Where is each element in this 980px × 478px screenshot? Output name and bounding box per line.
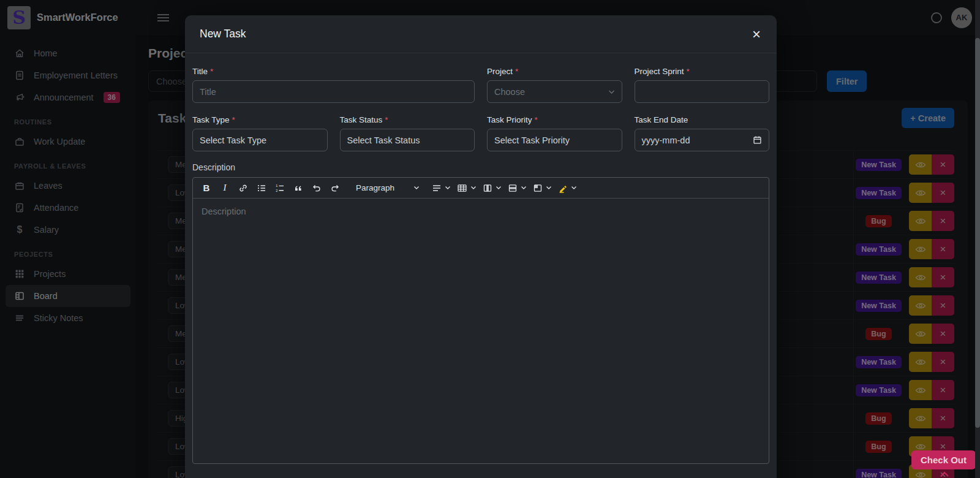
field-task-type: Task Type* Select Task Type bbox=[192, 115, 328, 151]
required-asterisk: * bbox=[232, 115, 235, 124]
table-row-icon bbox=[508, 183, 518, 193]
align-dropdown[interactable] bbox=[429, 180, 453, 196]
task-end-date-input[interactable]: yyyy-mm-dd bbox=[635, 129, 770, 151]
link-button[interactable] bbox=[235, 180, 252, 196]
description-label: Description bbox=[192, 162, 235, 172]
chevron-down-icon bbox=[413, 186, 420, 190]
italic-button[interactable]: I bbox=[216, 180, 233, 196]
modal-body: Title* Project* Choose Project Sprint* T… bbox=[185, 53, 777, 474]
required-asterisk: * bbox=[385, 115, 388, 124]
chevron-down-icon bbox=[445, 186, 451, 190]
required-asterisk: * bbox=[687, 67, 690, 76]
chevron-down-icon bbox=[521, 186, 527, 190]
bulleted-list-icon bbox=[257, 183, 266, 193]
numbered-list-icon: 12 bbox=[275, 183, 285, 193]
page-scrollbar bbox=[975, 0, 980, 478]
scrollbar-thumb[interactable] bbox=[975, 38, 980, 428]
field-task-status: Task Status* Select Task Status bbox=[340, 115, 475, 151]
chevron-down-icon bbox=[608, 89, 615, 94]
merge-cells-dropdown[interactable] bbox=[530, 180, 554, 196]
chevron-down-icon bbox=[546, 186, 552, 190]
chevron-up-icon[interactable] bbox=[940, 471, 949, 477]
field-label: Task Priority* bbox=[487, 115, 622, 124]
title-input[interactable] bbox=[192, 80, 475, 103]
table-icon bbox=[457, 183, 467, 193]
insert-table-dropdown[interactable] bbox=[454, 180, 479, 196]
bold-button[interactable]: B bbox=[198, 180, 215, 196]
chevron-down-icon bbox=[571, 186, 577, 190]
field-title: Title* bbox=[192, 67, 475, 103]
field-task-priority: Task Priority* Select Task Priority bbox=[487, 115, 622, 151]
align-icon bbox=[432, 183, 442, 193]
merge-cells-icon bbox=[533, 183, 543, 193]
task-priority-select[interactable]: Select Task Priority bbox=[487, 129, 622, 151]
editor-toolbar: B I 12 Paragraph bbox=[193, 178, 769, 199]
date-value: yyyy-mm-dd bbox=[642, 135, 690, 145]
close-icon: × bbox=[752, 26, 761, 42]
table-column-icon bbox=[483, 183, 492, 193]
link-icon bbox=[238, 183, 248, 193]
field-label: Project* bbox=[487, 67, 622, 76]
field-label: Project Sprint* bbox=[635, 67, 770, 76]
description-editor-area[interactable]: Description bbox=[193, 199, 769, 463]
numbered-list-button[interactable]: 12 bbox=[271, 180, 288, 196]
chevron-down-icon bbox=[496, 186, 502, 190]
undo-icon bbox=[312, 183, 322, 193]
new-task-modal: New Task × Title* Project* Choose Projec… bbox=[185, 15, 777, 478]
svg-text:1: 1 bbox=[276, 184, 277, 188]
project-select-value: Choose bbox=[494, 87, 525, 97]
project-sprint-input[interactable] bbox=[635, 80, 770, 103]
project-select[interactable]: Choose bbox=[487, 80, 622, 103]
chevron-down-icon bbox=[470, 186, 477, 190]
calendar-icon bbox=[753, 135, 762, 145]
field-project-sprint: Project Sprint* bbox=[635, 67, 770, 103]
field-label: Task Status* bbox=[340, 115, 475, 124]
column-tools-dropdown[interactable] bbox=[480, 180, 504, 196]
required-asterisk: * bbox=[535, 115, 538, 124]
close-button[interactable]: × bbox=[751, 27, 762, 42]
redo-icon bbox=[330, 183, 340, 193]
paragraph-dropdown[interactable]: Paragraph bbox=[353, 180, 422, 196]
field-label: Task End Date bbox=[635, 115, 770, 124]
svg-text:2: 2 bbox=[276, 188, 277, 192]
undo-button[interactable] bbox=[308, 180, 325, 196]
rich-text-editor: B I 12 Paragraph bbox=[192, 177, 769, 464]
field-label: Task Type* bbox=[192, 115, 328, 124]
task-status-select[interactable]: Select Task Status bbox=[340, 129, 475, 151]
task-type-value: Select Task Type bbox=[200, 135, 266, 145]
modal-header: New Task × bbox=[185, 15, 777, 53]
redo-button[interactable] bbox=[326, 180, 344, 196]
highlight-dropdown[interactable] bbox=[556, 180, 579, 196]
highlight-marker-icon bbox=[558, 183, 568, 193]
blockquote-icon bbox=[293, 183, 303, 193]
paragraph-dropdown-value: Paragraph bbox=[356, 183, 394, 192]
field-label: Title* bbox=[192, 67, 475, 76]
field-project: Project* Choose bbox=[487, 67, 622, 103]
description-block: Description B I 12 Paragraph bbox=[192, 162, 769, 464]
field-task-end-date: Task End Date yyyy-mm-dd bbox=[635, 115, 770, 151]
checkout-button[interactable]: Check Out bbox=[911, 450, 976, 469]
blockquote-button[interactable] bbox=[290, 180, 307, 196]
task-type-select[interactable]: Select Task Type bbox=[192, 129, 328, 151]
row-tools-dropdown[interactable] bbox=[505, 180, 529, 196]
bulleted-list-button[interactable] bbox=[253, 180, 270, 196]
task-status-value: Select Task Status bbox=[347, 135, 420, 145]
modal-title: New Task bbox=[200, 28, 246, 40]
required-asterisk: * bbox=[210, 67, 213, 76]
required-asterisk: * bbox=[515, 67, 518, 76]
task-priority-value: Select Task Priority bbox=[494, 135, 570, 145]
